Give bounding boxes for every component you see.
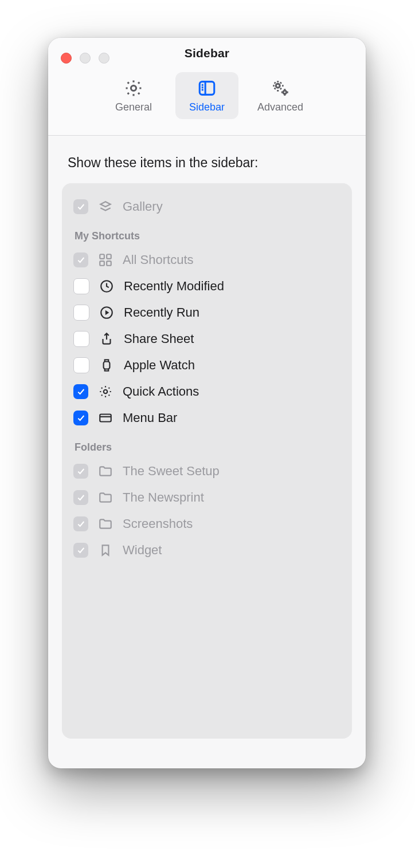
watch-icon: [99, 357, 115, 373]
svg-point-0: [131, 85, 136, 90]
folder-icon: [97, 463, 113, 479]
close-window-button[interactable]: [61, 53, 72, 64]
row-gallery: Gallery: [73, 194, 340, 220]
checkbox-share-sheet[interactable]: [73, 331, 89, 347]
checkbox-quick-actions[interactable]: [73, 384, 88, 399]
section-folders: Folders: [75, 441, 340, 453]
checkbox-recently-modified[interactable]: [73, 278, 89, 294]
row-recently-modified: Recently Modified: [73, 273, 340, 299]
tab-advanced-label: Advanced: [257, 101, 303, 113]
zoom-window-button[interactable]: [99, 53, 109, 64]
svg-point-16: [104, 390, 108, 394]
row-label: All Shortcuts: [123, 252, 194, 267]
row-quick-actions: Quick Actions: [73, 378, 340, 405]
bookmark-icon: [97, 542, 113, 558]
section-heading: Show these items in the sidebar:: [68, 155, 352, 171]
row-recently-run: Recently Run: [73, 299, 340, 326]
row-apple-watch: Apple Watch: [73, 352, 340, 378]
minimize-window-button[interactable]: [80, 53, 91, 64]
svg-rect-15: [104, 362, 110, 369]
row-label: Recently Run: [124, 305, 199, 320]
play-circle-icon: [99, 305, 115, 321]
preferences-toolbar: General Sidebar Advanced: [48, 65, 366, 136]
row-widget: Widget: [73, 537, 340, 563]
tab-general-label: General: [115, 101, 152, 113]
row-label: Menu Bar: [123, 411, 177, 425]
row-label: Gallery: [123, 199, 163, 214]
tab-advanced[interactable]: Advanced: [249, 72, 312, 119]
row-label: Widget: [123, 543, 162, 558]
svg-rect-11: [107, 261, 111, 266]
checkbox-newsprint[interactable]: [73, 490, 88, 505]
checkbox-menu-bar[interactable]: [73, 411, 88, 425]
row-label: Recently Modified: [124, 279, 224, 294]
checkbox-screenshots[interactable]: [73, 516, 88, 531]
tab-sidebar-label: Sidebar: [189, 101, 225, 113]
gears-icon: [271, 78, 290, 98]
row-label: Screenshots: [123, 516, 193, 531]
row-share-sheet: Share Sheet: [73, 326, 340, 352]
menubar-icon: [97, 410, 113, 426]
svg-rect-8: [100, 254, 104, 259]
row-all-shortcuts: All Shortcuts: [73, 247, 340, 273]
content-area: Show these items in the sidebar: Gallery…: [48, 136, 366, 750]
row-label: The Sweet Setup: [123, 464, 220, 479]
row-sweet-setup: The Sweet Setup: [73, 458, 340, 484]
preferences-window: Sidebar General Sidebar Advanced: [48, 38, 366, 768]
svg-rect-9: [107, 254, 111, 259]
gear-icon: [124, 78, 143, 98]
folder-icon: [97, 516, 113, 532]
row-label: The Newsprint: [123, 490, 204, 505]
row-label: Apple Watch: [124, 358, 195, 373]
row-label: Quick Actions: [123, 384, 199, 399]
folder-icon: [97, 490, 113, 506]
traffic-lights: [61, 53, 109, 64]
checkbox-gallery: [73, 199, 88, 214]
clock-icon: [99, 278, 115, 294]
svg-point-6: [276, 84, 280, 88]
gear-small-icon: [97, 384, 113, 400]
row-menu-bar: Menu Bar: [73, 405, 340, 431]
tab-sidebar[interactable]: Sidebar: [175, 72, 238, 119]
row-label: Share Sheet: [124, 332, 194, 346]
gallery-icon: [97, 199, 113, 215]
svg-rect-17: [100, 415, 111, 422]
checkbox-recently-run[interactable]: [73, 305, 89, 321]
section-my-shortcuts: My Shortcuts: [75, 230, 340, 242]
svg-point-7: [283, 90, 287, 94]
grid-icon: [97, 252, 113, 268]
sidebar-items-panel: Gallery My Shortcuts All Shortcuts Recen…: [62, 183, 352, 739]
svg-marker-14: [105, 310, 109, 315]
tab-general[interactable]: General: [102, 72, 165, 119]
window-title: Sidebar: [185, 46, 229, 60]
svg-rect-10: [100, 261, 104, 266]
share-icon: [99, 331, 115, 347]
row-newsprint: The Newsprint: [73, 484, 340, 511]
row-screenshots: Screenshots: [73, 511, 340, 537]
checkbox-widget[interactable]: [73, 543, 88, 558]
checkbox-all-shortcuts: [73, 252, 88, 267]
checkbox-sweet-setup[interactable]: [73, 464, 88, 479]
sidebar-icon: [197, 78, 217, 98]
checkbox-apple-watch[interactable]: [73, 357, 89, 373]
